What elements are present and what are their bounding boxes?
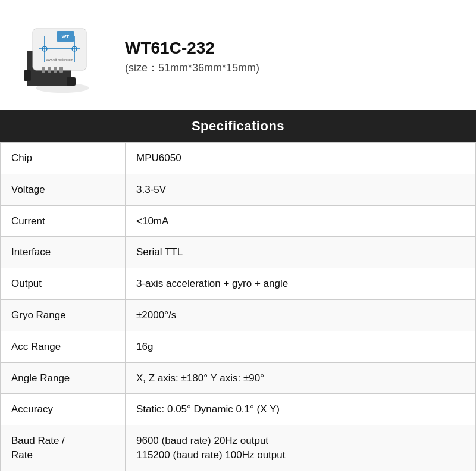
table-row: Current<10mA [1,205,476,237]
spec-value: 9600 (baud rate) 20Hz output 115200 (bau… [126,425,476,471]
spec-label: Gryo Range [1,299,126,331]
device-size: (size：51mm*36mm*15mm) [125,61,259,75]
spec-value: 16g [126,331,476,362]
svg-rect-13 [48,67,51,73]
table-row: Baud Rate / Rate9600 (baud rate) 20Hz ou… [1,425,476,471]
table-row: InterfaceSerial TTL [1,237,476,268]
device-info: WT61C-232 (size：51mm*36mm*15mm) [113,38,259,75]
device-image: WT www.wit-motion.com [24,18,107,95]
spec-label: Baud Rate / Rate [1,425,126,471]
spec-label: Angle Range [1,362,126,394]
table-row: Voltage3.3-5V [1,174,476,205]
svg-rect-2 [24,70,31,81]
spec-value: 3.3-5V [126,174,476,205]
table-row: Output3-axis acceleration + gyro + angle [1,268,476,300]
spec-label: Current [1,205,126,237]
table-row: AccuracyStatic: 0.05° Dynamic 0.1° (X Y) [1,394,476,425]
spec-value: Static: 0.05° Dynamic 0.1° (X Y) [126,394,476,425]
spec-label: Acc Range [1,331,126,362]
spec-value: <10mA [126,205,476,237]
spec-value: Serial TTL [126,237,476,268]
svg-text:www.wit-motion.com: www.wit-motion.com [46,58,73,61]
svg-rect-12 [42,67,45,73]
spec-label: Accuracy [1,394,126,425]
svg-rect-14 [54,67,57,73]
spec-value: MPU6050 [126,143,476,174]
device-model: WT61C-232 [125,38,259,58]
device-image-container: WT www.wit-motion.com [18,12,113,101]
spec-value: X, Z axis: ±180° Y axis: ±90° [126,362,476,394]
spec-label: Chip [1,143,126,174]
svg-text:WT: WT [62,34,70,39]
svg-rect-3 [67,77,76,86]
page-wrapper: WT www.wit-motion.com WT61C-232 (size：51… [0,0,476,471]
table-row: Angle RangeX, Z axis: ±180° Y axis: ±90° [1,362,476,394]
specs-header: Specifications [0,110,476,142]
spec-value: ±2000°/s [126,299,476,331]
specs-table: ChipMPU6050Voltage3.3-5VCurrent<10mAInte… [0,142,476,471]
spec-label: Interface [1,237,126,268]
header-section: WT www.wit-motion.com WT61C-232 (size：51… [0,0,476,110]
table-row: Acc Range16g [1,331,476,362]
table-row: ChipMPU6050 [1,143,476,174]
spec-label: Output [1,268,126,300]
spec-value: 3-axis acceleration + gyro + angle [126,268,476,300]
table-row: Gryo Range±2000°/s [1,299,476,331]
spec-label: Voltage [1,174,126,205]
svg-rect-15 [60,67,63,73]
